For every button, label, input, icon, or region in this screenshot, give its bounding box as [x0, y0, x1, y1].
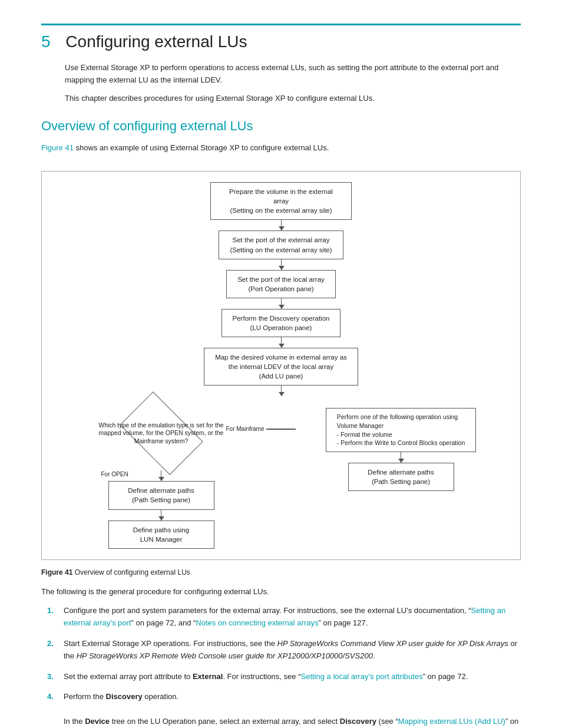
- step-4-link-1[interactable]: Mapping external LUs (Add LU): [398, 717, 505, 726]
- arrow-1: [281, 220, 282, 230]
- figure-ref-text: Figure 41 shows an example of using Exte…: [41, 142, 521, 154]
- flowchart-right-bottom-1: Define alternate paths (Path Setting pan…: [348, 463, 454, 491]
- flowchart-diamond: Which type of the emulation type is set …: [97, 401, 226, 466]
- page-content: 5 Configuring external LUs Use External …: [0, 0, 562, 728]
- step-3-number: 3.: [47, 671, 54, 683]
- step-1-link-2[interactable]: Notes on connecting external arrays: [196, 618, 318, 627]
- arrow-7: [161, 510, 161, 521]
- flowchart-box-3: Set the port of the local array (Port Op…: [226, 270, 336, 298]
- figure-caption: Figure 41 Overview of configuring extern…: [41, 568, 521, 577]
- step-2: 2. Start External Storage XP operations.…: [47, 638, 521, 663]
- intro-paragraph-2: This chapter describes procedures for us…: [65, 93, 521, 105]
- arrow-4: [281, 337, 282, 348]
- horiz-connector: [266, 429, 296, 430]
- arrow-6: [161, 470, 161, 481]
- procedure-list: 1. Configure the port and system paramet…: [47, 605, 521, 728]
- flowchart-left-bottom-1: Define alternate paths (Path Setting pan…: [108, 481, 214, 509]
- flowchart-right-box: Perform one of the following operation u…: [326, 408, 476, 452]
- flowchart-box-5: Map the desired volume in external array…: [204, 348, 358, 386]
- step-4: 4. Perform the Discovery operation. In t…: [47, 691, 521, 728]
- for-mainframe-label: For Mainframe: [226, 426, 264, 432]
- step-3-link-1[interactable]: Setting a local array’s port attributes: [300, 672, 422, 681]
- figure-41-link[interactable]: Figure 41: [41, 143, 74, 152]
- arrow-8: [401, 452, 401, 463]
- flowchart-box-1: Prepare the volume in the external array…: [210, 182, 352, 220]
- step-1-number: 1.: [47, 605, 54, 617]
- step-2-text: Start External Storage XP operations. Fo…: [64, 639, 517, 660]
- diamond-label: Which type of the emulation type is set …: [97, 421, 226, 446]
- chapter-title: 5 Configuring external LUs: [41, 24, 521, 51]
- arrow-5: [281, 386, 282, 396]
- arrow-3: [281, 298, 282, 309]
- flowchart-box-4: Perform the Discovery operation (LU Oper…: [222, 309, 341, 337]
- general-procedure-text: The following is the general procedure f…: [41, 586, 521, 598]
- arrow-2: [281, 259, 282, 270]
- step-3: 3. Set the external array port attribute…: [47, 671, 521, 683]
- step-1: 1. Configure the port and system paramet…: [47, 605, 521, 630]
- section-title: Overview of configuring external LUs: [41, 118, 521, 134]
- step-4-number: 4.: [47, 691, 54, 703]
- step-1-text: Configure the port and system parameters…: [64, 606, 505, 627]
- intro-paragraph-1: Use External Storage XP to perform opera…: [65, 62, 521, 87]
- step-4-text: Perform the Discovery operation. In the …: [64, 692, 518, 728]
- flowchart-last-box: Define paths using LUN Manager: [108, 521, 214, 549]
- step-2-number: 2.: [47, 638, 54, 650]
- flowchart-box-2: Set the port of the external array (Sett…: [219, 230, 343, 259]
- flowchart: Prepare the volume in the external array…: [41, 171, 521, 560]
- for-open-label: For OPEN: [101, 471, 128, 477]
- step-3-text: Set the external array port attribute to…: [64, 672, 468, 681]
- chapter-number: 5: [41, 32, 51, 51]
